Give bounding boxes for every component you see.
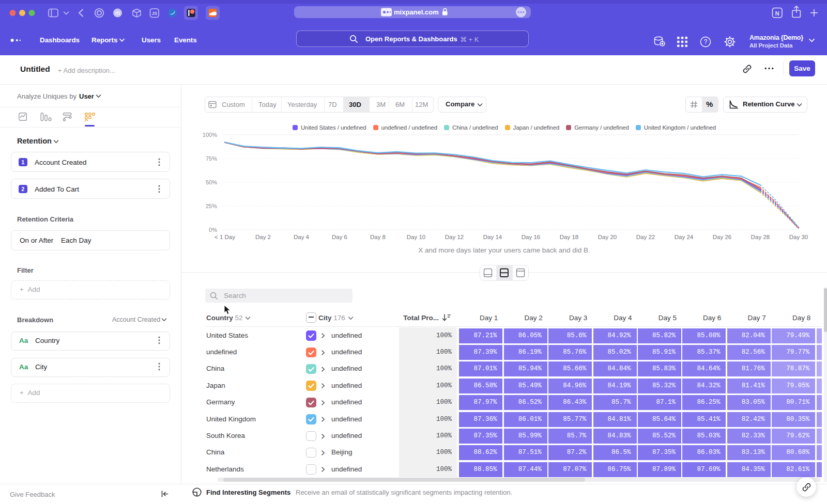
svg-text:Day 20: Day 20	[598, 234, 617, 240]
svg-text:Day 28: Day 28	[751, 234, 770, 240]
svg-text:Day 4: Day 4	[294, 234, 310, 240]
svg-text:50%: 50%	[206, 179, 217, 185]
svg-text:Day 10: Day 10	[407, 234, 425, 240]
svg-text:Day 12: Day 12	[445, 234, 464, 240]
svg-text:Day 16: Day 16	[522, 234, 540, 240]
svg-text:Day 2: Day 2	[255, 234, 271, 240]
svg-text:25%: 25%	[206, 203, 217, 209]
svg-text:100%: 100%	[203, 132, 217, 138]
svg-text:< 1 Day: < 1 Day	[215, 234, 235, 240]
svg-text:0%: 0%	[209, 227, 217, 233]
svg-text:Day 8: Day 8	[370, 234, 386, 240]
svg-text:Day 18: Day 18	[560, 234, 578, 240]
svg-text:Day 6: Day 6	[332, 234, 347, 240]
svg-text:Day 14: Day 14	[483, 234, 502, 240]
svg-text:Day 26: Day 26	[713, 234, 731, 240]
svg-text:Day 22: Day 22	[636, 234, 655, 240]
svg-text:Day 24: Day 24	[675, 234, 694, 240]
svg-text:75%: 75%	[206, 155, 217, 162]
svg-text:Day 30: Day 30	[789, 234, 808, 240]
